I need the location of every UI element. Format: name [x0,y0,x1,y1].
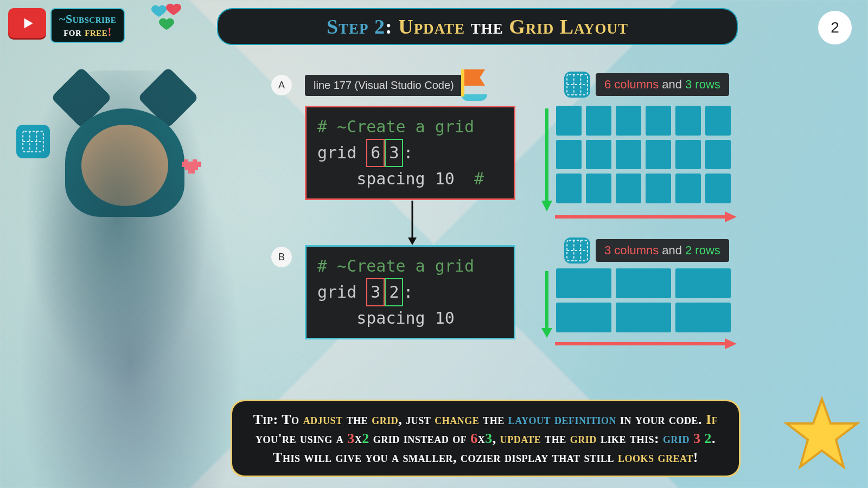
step-label: Step 2 [327,15,385,38]
grid-icon [564,72,590,98]
cols-arrow-red-icon [552,210,737,223]
page-number-badge: 2 [818,11,852,44]
grid-cell [705,140,731,170]
svg-rect-7 [182,162,201,167]
grid-cell [616,303,671,332]
grid-cell [586,140,611,170]
subscribe-line2: for free! [59,25,116,38]
grid-cell [556,303,611,332]
grid-cell [646,174,671,203]
grid-cell [705,106,731,136]
svg-marker-28 [787,399,857,467]
svg-marker-27 [725,338,737,349]
code-block-a: # ~Create a grid grid 63: spacing 10 # [305,106,515,200]
step-a-badge: A [271,75,292,95]
hearts-decoration [149,3,187,35]
grid-cell [616,106,641,136]
grid-a-legend-row: 6 columns and 3 rows [564,72,729,98]
grid-cell [646,140,671,170]
grid-b-legend-row: 3 columns and 2 rows [564,237,729,264]
svg-rect-8 [185,167,198,170]
grid-cell [616,140,641,170]
title-bar: Step 2: Update the Grid Layout [217,8,738,45]
grid-icon [564,237,590,264]
grid-cell [556,140,582,170]
rows-arrow-green-icon [540,268,553,338]
grid-cell [616,174,641,203]
grid-cell [586,174,611,203]
star-icon [784,396,860,474]
grid-cell [675,174,701,203]
pixel-heart-icon [182,157,201,177]
youtube-icon[interactable] [8,8,46,38]
flag-icon [461,69,487,101]
svg-marker-17 [541,201,552,211]
code-block-b: # ~Create a grid grid 32: spacing 10 [305,245,515,339]
grid-cell [556,106,582,136]
rows-arrow-green-icon [540,106,553,211]
step-b-badge: B [271,247,292,267]
grid-viz-b [556,268,731,332]
svg-marker-25 [541,328,552,338]
subscribe-button[interactable]: ~Subscribe for free! [50,8,125,43]
subscribe-area: ~Subscribe for free! [8,8,125,43]
cols-arrow-red-icon [552,337,737,350]
grid-cell [675,140,701,170]
svg-marker-11 [408,237,417,245]
grid-cell [646,106,671,136]
svg-rect-9 [188,170,195,174]
title-text: Update the Grid Layout [398,15,628,38]
grid-b-legend: 3 columns and 2 rows [596,239,729,262]
tip-box: Tip: To adjust the grid, just change the… [231,400,741,477]
svg-marker-0 [24,18,33,28]
character-illustration [0,70,260,488]
grid-viz-a [556,106,731,203]
grid-cell [675,268,731,298]
subscribe-line1: ~Subscribe [59,12,116,25]
svg-marker-19 [725,211,737,222]
grid-cell [586,106,611,136]
grid-cell [705,174,731,203]
grid-cell [556,268,611,298]
grid-a-legend: 6 columns and 3 rows [596,73,729,96]
grid-cell [556,174,582,203]
arrow-down-icon [407,201,418,247]
grid-cell [616,268,671,298]
line-info-label: line 177 (Visual Studio Code) [305,75,463,96]
grid-cell [675,106,701,136]
grid-cell [675,303,731,332]
